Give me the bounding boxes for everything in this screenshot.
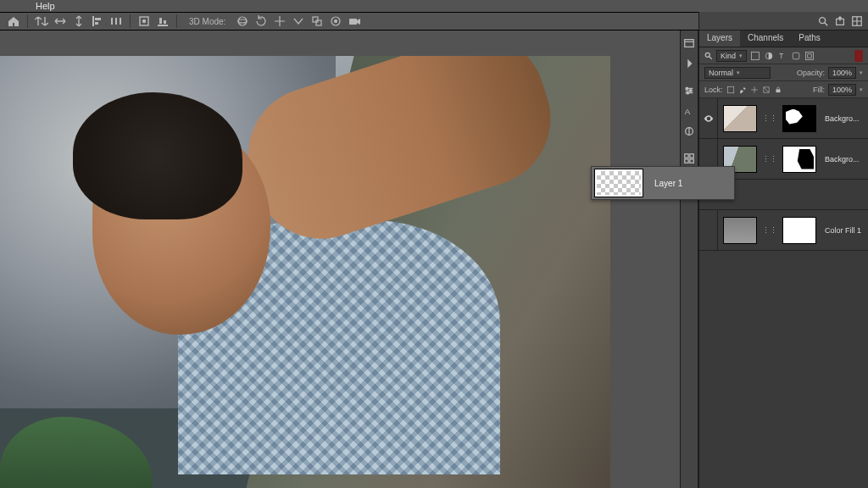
slide-icon[interactable]: [292, 14, 305, 28]
svg-point-28: [820, 17, 826, 23]
fill-label: Fill:: [813, 86, 825, 94]
arrows-horizontal-icon[interactable]: [53, 14, 67, 28]
panel-tabs: Layers Channels Paths: [699, 30, 868, 47]
svg-text:T: T: [779, 53, 783, 60]
tab-layers[interactable]: Layers: [699, 30, 740, 47]
filter-toggle-icon[interactable]: [854, 50, 863, 62]
search-icon[interactable]: [817, 15, 829, 27]
filter-shape-icon[interactable]: [791, 51, 801, 61]
filter-smart-icon[interactable]: [804, 51, 815, 61]
rotate-icon[interactable]: [254, 14, 268, 28]
orbit-icon[interactable]: [236, 14, 249, 28]
filter-pixel-icon[interactable]: [750, 51, 760, 61]
filter-adjust-icon[interactable]: [764, 51, 774, 61]
layer-name-label[interactable]: Backgro...: [825, 155, 860, 164]
align-left-icon[interactable]: [91, 14, 104, 28]
mask-link-icon[interactable]: ⋮⋮: [762, 155, 777, 164]
svg-rect-9: [159, 18, 162, 24]
svg-rect-24: [685, 154, 688, 158]
paragraph-panel-icon[interactable]: [683, 125, 695, 137]
document-canvas[interactable]: [0, 56, 610, 488]
filter-search-icon[interactable]: [704, 52, 713, 60]
svg-rect-36: [806, 52, 814, 59]
svg-rect-13: [313, 17, 318, 22]
arrows-vertical-icon[interactable]: [72, 14, 86, 28]
svg-point-16: [335, 20, 337, 23]
svg-point-19: [686, 87, 688, 90]
person-subject: [73, 100, 549, 474]
lock-position-icon[interactable]: [750, 86, 759, 94]
svg-rect-17: [349, 19, 357, 25]
visibility-toggle[interactable]: [699, 98, 718, 138]
pan-icon[interactable]: [273, 14, 287, 28]
workspace-controls: [699, 12, 868, 30]
lock-brush-icon[interactable]: [738, 86, 747, 94]
svg-rect-25: [690, 154, 693, 158]
layer-thumbnail[interactable]: [723, 105, 757, 132]
filter-kind-select[interactable]: Kind: [716, 50, 747, 62]
layer-name-label[interactable]: Color Fill 1: [825, 226, 861, 235]
move-back-icon[interactable]: [35, 14, 48, 28]
fill-chevron-icon[interactable]: ▾: [860, 86, 863, 93]
opacity-label: Opacity:: [797, 69, 825, 77]
blend-mode-select[interactable]: Normal: [704, 67, 771, 79]
lock-artboard-icon[interactable]: [762, 86, 771, 94]
menu-help[interactable]: Help: [36, 1, 55, 11]
tab-paths[interactable]: Paths: [791, 30, 828, 47]
svg-rect-4: [115, 18, 117, 25]
camera-icon[interactable]: [348, 14, 361, 28]
svg-rect-40: [776, 89, 780, 92]
lock-label: Lock:: [704, 86, 723, 94]
home-icon[interactable]: [7, 14, 20, 28]
swatches-panel-icon[interactable]: [683, 152, 695, 164]
svg-point-20: [689, 90, 692, 92]
svg-point-12: [238, 19, 247, 23]
menubar: Help: [0, 0, 868, 12]
layer-thumbnail[interactable]: [723, 217, 757, 244]
svg-rect-32: [752, 52, 760, 59]
layer-row[interactable]: ⋮⋮ Color Fill 1: [699, 210, 868, 251]
layer-mask-thumbnail[interactable]: [782, 146, 816, 173]
divider: [176, 14, 177, 28]
svg-text:A: A: [685, 107, 691, 116]
visibility-toggle[interactable]: [699, 210, 718, 250]
character-panel-icon[interactable]: A: [683, 105, 695, 117]
divider: [27, 14, 28, 28]
opacity-chevron-icon[interactable]: ▾: [860, 69, 863, 76]
arrange-workspace-icon[interactable]: [851, 15, 863, 27]
history-panel-icon[interactable]: [683, 37, 695, 49]
svg-rect-8: [158, 25, 168, 26]
snap-icon[interactable]: [137, 14, 151, 28]
distribute-h-icon[interactable]: [109, 14, 123, 28]
svg-rect-35: [793, 53, 799, 59]
layer-mask-thumbnail[interactable]: [782, 217, 816, 244]
layer-mask-thumbnail[interactable]: [782, 105, 816, 132]
svg-rect-2: [95, 22, 98, 25]
collapsed-panel-dock: A: [680, 30, 698, 488]
layers-list: ⋮⋮ Backgro... ⋮⋮ Backgro... ⋮⋮ Color Fil…: [699, 98, 868, 488]
dragging-layer-chip[interactable]: Layer 1: [591, 166, 735, 200]
align-bottom-icon[interactable]: [156, 14, 170, 28]
svg-rect-27: [690, 159, 693, 163]
layer-row[interactable]: ⋮⋮ Backgro...: [699, 98, 868, 139]
svg-rect-0: [92, 16, 94, 26]
lock-row: Lock: Fill: 100% ▾: [699, 81, 868, 98]
lock-all-icon[interactable]: [774, 86, 782, 94]
share-icon[interactable]: [834, 15, 846, 27]
layer-filter-row: Kind T: [699, 47, 868, 64]
properties-panel-icon[interactable]: [683, 85, 695, 97]
divider: [130, 14, 131, 28]
fill-value[interactable]: 100%: [828, 84, 856, 96]
actions-panel-icon[interactable]: [683, 58, 695, 69]
mask-link-icon[interactable]: ⋮⋮: [762, 226, 777, 235]
mask-link-icon[interactable]: ⋮⋮: [762, 114, 777, 123]
opacity-value[interactable]: 100%: [828, 67, 856, 79]
filter-type-icon[interactable]: T: [777, 51, 787, 61]
tab-channels[interactable]: Channels: [740, 30, 791, 47]
lock-pixels-icon[interactable]: [726, 86, 735, 94]
scale-icon[interactable]: [310, 14, 324, 28]
svg-rect-18: [685, 40, 694, 47]
layer-name-label[interactable]: Backgro...: [825, 114, 860, 123]
target-icon[interactable]: [329, 14, 342, 28]
layer-name-label: Layer 1: [654, 179, 682, 188]
